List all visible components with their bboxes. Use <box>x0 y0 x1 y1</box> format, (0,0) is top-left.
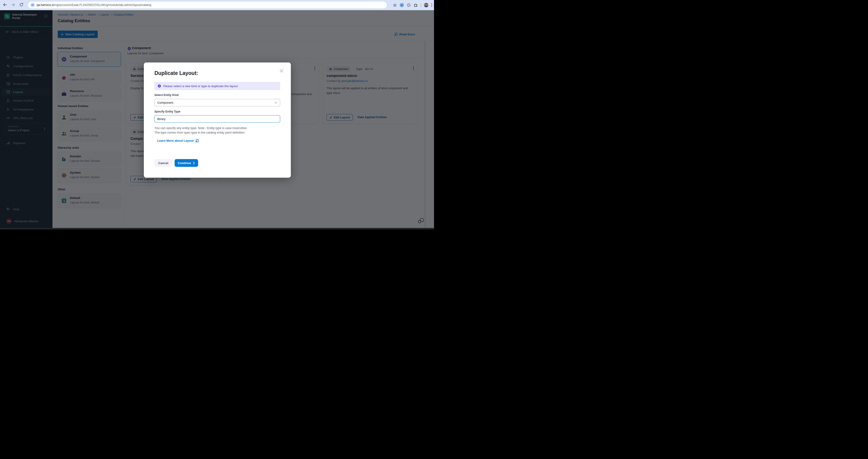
entity-type-input[interactable] <box>154 115 280 123</box>
url-path: /ng/account/zEaak-FLS425IEO7OLzMUg/modul… <box>54 3 151 6</box>
continue-button[interactable]: Continue <box>175 159 198 167</box>
info-icon <box>157 84 161 88</box>
site-settings-icon[interactable] <box>30 3 35 7</box>
forward-icon[interactable] <box>11 2 16 7</box>
chevron-down-icon <box>275 102 277 104</box>
doc-external-icon <box>195 139 199 143</box>
chevron-right-icon <box>193 162 195 165</box>
modal-title: Duplicate Layout: <box>154 70 198 76</box>
browser-menu-kebab-icon[interactable] <box>431 3 432 7</box>
close-icon[interactable] <box>280 69 284 73</box>
kind-label: Select Entity Kind <box>154 93 179 97</box>
window-bottom-edge <box>0 228 434 229</box>
entity-kind-select[interactable]: Component <box>154 99 280 106</box>
browser-profile-avatar[interactable] <box>424 3 429 7</box>
url-host: qa.harness.io <box>37 3 54 6</box>
browser-chrome: qa.harness.io/ng/account/zEaak-FLS425IEO… <box>0 0 434 10</box>
screen: Internal Developer Portal Back to Main M… <box>0 0 434 229</box>
divider <box>421 3 421 7</box>
address-bar[interactable]: qa.harness.io/ng/account/zEaak-FLS425IEO… <box>28 2 387 8</box>
duplicate-layout-modal: Duplicate Layout: Please select a new ki… <box>144 62 291 178</box>
learn-more-link[interactable]: Learn More about Layout <box>157 139 199 143</box>
reload-icon[interactable] <box>19 2 24 7</box>
extensions-puzzle-icon[interactable] <box>414 3 418 7</box>
info-banner: Please select a new kind or type to dupl… <box>154 82 280 90</box>
onepassword-extension-icon[interactable] <box>400 3 404 7</box>
back-icon[interactable] <box>3 2 7 7</box>
helper-line-1: You can specify any entity type. Note : … <box>154 126 247 130</box>
url-text[interactable]: qa.harness.io/ng/account/zEaak-FLS425IEO… <box>37 3 151 6</box>
helper-line-2: The type comes from spec.type in the cat… <box>154 131 245 134</box>
loading-extension-icon[interactable] <box>407 3 411 7</box>
type-label: Specify Entity Type <box>154 110 180 113</box>
bookmark-star-icon[interactable] <box>393 3 397 7</box>
cancel-button[interactable]: Cancel <box>154 159 172 167</box>
